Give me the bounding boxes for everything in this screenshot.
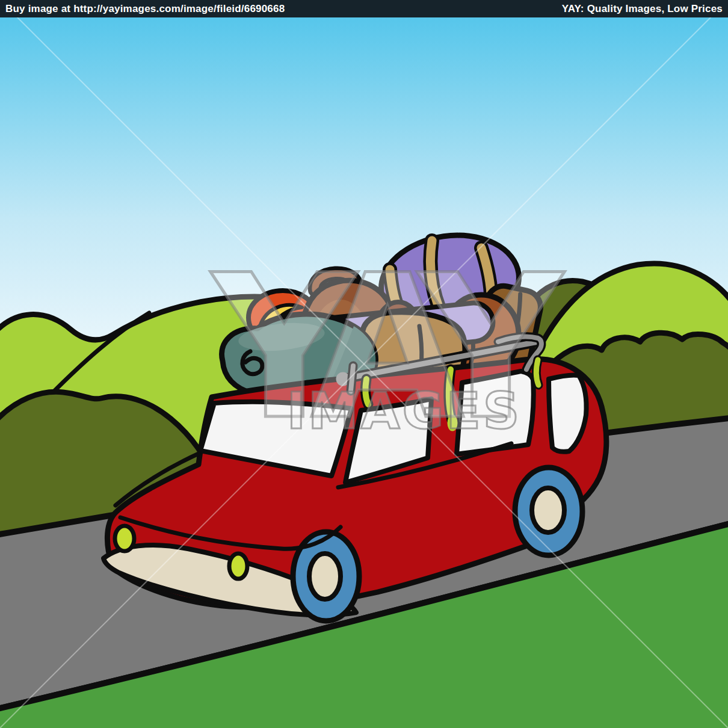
headlight-right	[229, 554, 247, 579]
brand-tagline: YAY: Quality Images, Low Prices	[562, 3, 723, 15]
rear-wheel	[515, 467, 582, 555]
buy-image-url[interactable]: Buy image at http://yayimages.com/image/…	[5, 3, 285, 15]
headlight-left	[115, 526, 134, 551]
watermark-sub: IMAGES	[287, 381, 522, 440]
stock-image-preview: Buy image at http://yayimages.com/image/…	[0, 0, 728, 728]
cartoon-car-illustration: YAY IMAGES	[0, 0, 728, 728]
watermark-header-bar: Buy image at http://yayimages.com/image/…	[0, 0, 728, 17]
